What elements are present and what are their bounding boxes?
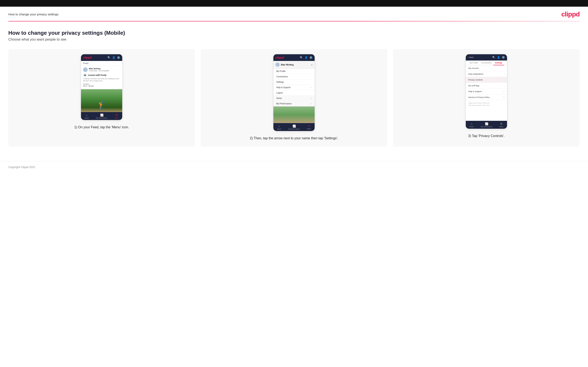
performance-section-label: My Performance [276,102,292,105]
setting-my-golf-bag[interactable]: My Golf Bag › [466,83,507,89]
phone1-home-nav: ⌂ Home [85,114,89,119]
step-3-caption: 3) Tap 'Privacy Controls'. [468,133,505,139]
chevron-right-icon: › [504,85,504,87]
phone1-menu-label: Menu [115,117,119,119]
my-account-label: My Account [468,67,478,69]
logo: clippd [561,10,580,18]
privacy-controls-label: Privacy Controls [468,79,483,81]
phone2-menu-user: Blair McHarg [276,63,294,67]
phone1-user-info: Blair McHarg Yesterday · Sunningdale [89,67,109,72]
phone2-arrow-icon[interactable]: ∧ [311,64,312,66]
phone2-menu-item-profile[interactable]: My Profile [273,69,315,74]
setting-my-account[interactable]: My Account › [466,65,507,71]
phone3-menu-label: Menu [500,126,503,128]
phone1-golfer-figure: 🏌️ [97,101,106,110]
home-icon: ⌂ [278,125,280,128]
phone2-menu-item-connections[interactable]: Connections [273,74,315,79]
step-3-card: < Back 🔍 👤 ⚙️ My Profile Connections Set… [393,49,580,147]
phone2-image-overlay [273,107,315,123]
phone1-nav-icons: 🔍 👤 ⚙️ [107,56,120,59]
page-subheading: Choose what you want people to see [8,37,580,42]
tab-connections[interactable]: Connections [480,60,493,65]
phone2-logo: clippd [276,56,284,59]
main-content: How to change your privacy settings (Mob… [0,21,588,161]
phone2-menu-nav[interactable]: ✕ Menu [307,125,311,130]
phone2-nav-icons: 🔍 👤 ⚙️ [300,56,312,59]
my-profile-label: My Profile [276,70,285,72]
phone-3-mockup: < Back 🔍 👤 ⚙️ My Profile Connections Set… [466,54,507,129]
phone3-menu-nav[interactable]: ☰ Menu [500,122,503,128]
chevron-down-icon: ∨ [310,103,312,105]
settings-icon: ⚙️ [502,56,505,59]
chevron-down-icon: ∨ [310,97,312,99]
search-icon: 🔍 [107,56,111,59]
phone2-image-area [273,107,315,123]
phone1-golf-image: 🏌️ [81,89,122,112]
phone-2-mockup: clippd 🔍 👤 ⚙️ Blair McHarg ∧ [273,54,315,131]
phone2-menu-item-help[interactable]: Help & Support ↗ [273,85,315,90]
phone2-menu-label: Menu [307,128,311,130]
tab-my-profile[interactable]: My Profile [468,60,480,65]
help-support-label: Help & Support [276,86,290,89]
my-golf-bag-label: My Golf Bag [468,84,479,87]
setting-data-integrations[interactable]: Data Integrations › [466,71,507,77]
version-line2: GQL Server Version: 2022.7.30-1 [468,104,504,107]
chevron-right-icon: › [504,73,504,75]
phone3-back-button[interactable]: < Back [468,56,474,58]
phone1-feed-content: Blair McHarg Yesterday · Sunningdale 📹 L… [81,66,122,89]
phone2-username: Blair McHarg [281,64,294,66]
home-section-label: Home [276,97,282,99]
phone1-navbar: clippd 🔍 👤 ⚙️ [81,54,122,61]
phone2-avatar [276,63,280,67]
phone1-lesson-title: Lesson with Fordy [88,74,106,76]
menu-icon: ☰ [500,122,503,125]
tab-settings[interactable]: Settings [493,60,504,65]
data-integrations-label: Data Integrations [468,73,483,75]
performance-icon: 📈 [485,122,488,125]
home-icon: ⌂ [86,114,87,117]
phone3-performance-label: My Performance [481,126,492,128]
phone1-feed-label: Feed [81,61,122,66]
search-icon: 🔍 [300,56,303,59]
person-icon: 👤 [305,56,308,59]
setting-service-privacy[interactable]: Service & Privacy Policy ↗ [466,94,507,100]
phone2-menu-items: My Profile Connections Settings Help & S… [273,69,315,107]
phone1-performance-nav: 📈 My Performance [96,114,107,119]
phone1-user-row: Blair McHarg Yesterday · Sunningdale [83,67,120,72]
phone2-performance-nav: 📈 My Performance [288,125,300,130]
phone1-user-sub: Yesterday · Sunningdale [89,70,109,72]
search-icon: 🔍 [492,56,495,59]
top-bar [0,0,588,7]
phone3-performance-nav: 📈 My Performance [481,122,492,128]
external-link-icon: ↗ [310,86,312,88]
phone1-lesson-icon: 📹 [83,73,87,77]
step-2-caption: 2) Then, tap the arrow next to your name… [250,136,338,141]
settings-label: Settings [276,81,284,83]
logout-label: Logout [276,92,283,94]
phone2-bottom-nav: ⌂ Home 📈 My Performance ✕ Menu [273,123,315,131]
step-1-card: clippd 🔍 👤 ⚙️ Feed Blair McHarg [8,49,195,147]
version-line1: Clippd Client Version: 2022.8.3-3 [468,102,504,104]
phone2-home-nav: ⌂ Home [277,125,281,130]
settings-icon: ⚙️ [309,56,312,59]
chevron-right-icon: › [504,79,504,81]
phone1-bottom-nav: ⌂ Home 📈 My Performance ☰ Menu [81,112,122,120]
phone1-user-name: Blair McHarg [89,67,109,70]
footer: Copyright Clippd 2022 [0,161,588,173]
setting-help-support[interactable]: Help & Support ↗ [466,89,507,94]
home-icon: ⌂ [471,122,472,125]
phone1-menu-nav[interactable]: ☰ Menu [115,114,119,119]
phone3-bottom-nav: ⌂ Home 📈 My Performance ☰ Menu [466,121,507,129]
phone-1-mockup: clippd 🔍 👤 ⚙️ Feed Blair McHarg [81,54,122,120]
phone3-home-nav: ⌂ Home [469,122,474,128]
phone2-home-label: Home [277,128,281,130]
phone2-section-performance[interactable]: My Performance ∨ [273,101,315,107]
phone3-home-label: Home [469,126,474,128]
copyright-text: Copyright Clippd 2022 [8,166,35,169]
setting-privacy-controls[interactable]: Privacy Controls › [466,77,507,83]
phone2-menu-item-logout[interactable]: Logout [273,90,315,96]
step-2-card: clippd 🔍 👤 ⚙️ Blair McHarg ∧ [201,49,387,147]
phone2-menu-item-settings[interactable]: Settings [273,79,315,85]
external-link-icon: ↗ [503,96,504,98]
phone2-section-home[interactable]: Home ∨ [273,96,315,101]
